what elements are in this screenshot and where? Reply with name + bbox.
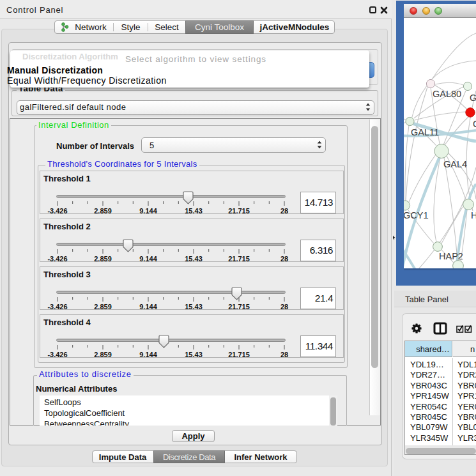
svg-text:H: H <box>471 210 476 220</box>
svg-text:GAL4: GAL4 <box>443 159 467 169</box>
svg-text:GCY1: GCY1 <box>404 210 429 220</box>
svg-text:G: G <box>470 93 476 103</box>
svg-text:C: C <box>473 119 476 129</box>
svg-text:HAP2: HAP2 <box>439 251 463 261</box>
svg-text:GAL80: GAL80 <box>433 89 461 99</box>
svg-text:GAL11: GAL11 <box>411 127 439 137</box>
